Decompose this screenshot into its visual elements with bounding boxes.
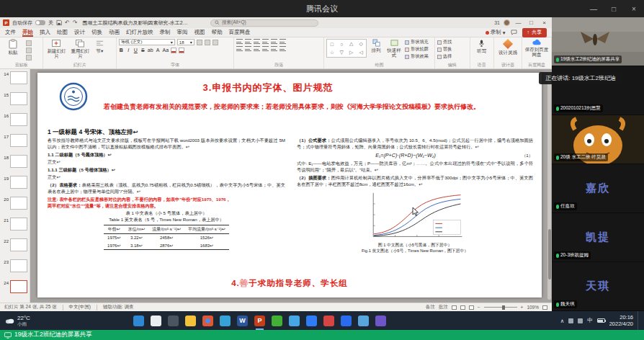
tab-transitions[interactable]: 切换 xyxy=(91,28,102,37)
reuse-slides-button[interactable]: 重用幻灯片 xyxy=(69,39,91,58)
notification-center-button[interactable] xyxy=(638,311,640,330)
notes-button[interactable]: 备注 xyxy=(426,304,435,310)
italic-button[interactable]: I xyxy=(126,47,131,53)
share-banner[interactable]: 19级水工2班纪迪的屏幕共享 xyxy=(0,330,644,340)
slide-sorter-view-icon[interactable] xyxy=(460,305,465,310)
tab-record[interactable]: 录制 xyxy=(160,28,171,37)
save-icon[interactable] xyxy=(56,19,62,26)
align-right-icon[interactable] xyxy=(254,46,260,51)
taskbar-game-icon[interactable] xyxy=(375,316,386,326)
shape-outline-button[interactable]: 形状轮廓 xyxy=(405,46,429,53)
taskbar-wechat-icon[interactable] xyxy=(272,316,282,326)
taskbar-start-button[interactable] xyxy=(133,316,144,326)
shapes-gallery[interactable]: □ ○ △ ◇ ☆ ▽ ▷ ◁ xyxy=(326,39,367,58)
ppt-restore-button[interactable]: □ xyxy=(527,19,536,26)
tab-review[interactable]: 审阅 xyxy=(177,28,188,37)
slide-thumbnail-21[interactable]: 21 xyxy=(1,218,28,236)
shape-fill-button[interactable]: 形状填充 xyxy=(405,39,429,45)
shape-triangle-icon[interactable]: △ xyxy=(349,41,353,47)
slide-thumbnail-17[interactable]: 17 xyxy=(1,134,28,153)
shape-circle-icon[interactable]: ○ xyxy=(340,42,343,47)
participant-tile[interactable]: 凯提 20-3班凯提姆 xyxy=(552,213,644,261)
decrease-indent-icon[interactable] xyxy=(254,39,260,44)
section-button[interactable]: 节▾ xyxy=(93,39,106,53)
slide-scrollbar[interactable] xyxy=(547,72,551,300)
shape-arrow-left-icon[interactable]: ◁ xyxy=(359,50,363,55)
taskbar-powerpoint-icon[interactable]: P xyxy=(254,316,265,326)
comments-icon[interactable] xyxy=(511,30,517,35)
accessibility-status[interactable]: 辅助功能: 调查 xyxy=(103,304,134,310)
decrease-font-icon[interactable] xyxy=(205,40,210,45)
text-shadow-button[interactable]: A xyxy=(156,47,161,53)
user-avatar[interactable] xyxy=(504,19,510,26)
weather-widget[interactable]: 22°C 小雨 xyxy=(0,311,35,330)
slide-thumbnail-20[interactable]: 20 xyxy=(1,197,28,215)
taskbar-word-icon[interactable]: W xyxy=(237,316,248,326)
zoom-out-button[interactable]: − xyxy=(478,305,480,310)
new-slide-button[interactable]: 新建幻灯片 xyxy=(45,39,67,58)
underline-button[interactable]: U xyxy=(133,47,138,53)
taskbar-file-explorer-icon[interactable] xyxy=(185,316,196,326)
slide-thumbnail-15[interactable]: 15 xyxy=(1,92,28,111)
redo-icon[interactable]: ↷ xyxy=(73,20,78,26)
justify-icon[interactable] xyxy=(262,46,269,51)
quick-styles-button[interactable]: 快速样式 xyxy=(385,39,403,58)
strikethrough-button[interactable]: S xyxy=(140,47,146,53)
zoom-slider[interactable] xyxy=(484,307,517,308)
tab-animations[interactable]: 动画 xyxy=(109,28,120,37)
ppt-minimize-button[interactable]: — xyxy=(514,19,523,26)
change-case-button[interactable]: Aa xyxy=(163,47,169,53)
slide-thumbnail-24-selected[interactable]: 24 xyxy=(1,280,28,299)
char-spacing-button[interactable]: ab xyxy=(148,47,153,53)
tab-slideshow[interactable]: 幻灯片放映 xyxy=(126,28,153,37)
taskbar-mail-icon[interactable] xyxy=(358,316,369,326)
taskbar-music-icon[interactable] xyxy=(323,316,334,326)
font-color-button[interactable] xyxy=(179,48,184,53)
input-method-indicator[interactable]: 中 xyxy=(587,317,593,324)
smartart-convert-icon[interactable] xyxy=(279,46,286,51)
increase-font-icon[interactable] xyxy=(197,40,202,45)
bold-button[interactable]: B xyxy=(119,47,124,53)
numbering-icon[interactable] xyxy=(245,39,251,44)
designer-button[interactable]: 设计灵感 xyxy=(496,39,519,55)
dictate-button[interactable]: 听写 xyxy=(473,39,491,53)
select-button[interactable]: 选择 xyxy=(437,53,452,60)
format-painter-icon[interactable] xyxy=(26,55,32,61)
tab-view[interactable]: 视图 xyxy=(194,28,205,37)
shape-tri-down-icon[interactable]: ▽ xyxy=(340,50,344,55)
align-center-icon[interactable] xyxy=(245,46,251,51)
zoom-level[interactable]: 109% xyxy=(527,305,539,310)
columns-icon[interactable] xyxy=(271,46,277,51)
tab-baidu-netdisk[interactable]: 百度网盘 xyxy=(229,28,251,37)
participant-tile-presenter[interactable]: 19级水工2班纪迪的屏幕共享 xyxy=(552,17,644,66)
ppt-search-box[interactable]: 搜索(Alt+Q) xyxy=(210,19,318,27)
bullets-icon[interactable] xyxy=(236,39,243,44)
tab-insert[interactable]: 插入 xyxy=(40,28,50,37)
slideshow-view-icon[interactable] xyxy=(469,305,474,310)
shape-diamond-icon[interactable]: ◇ xyxy=(359,41,363,47)
increase-indent-icon[interactable] xyxy=(262,39,269,44)
tab-draw[interactable]: 绘图 xyxy=(57,28,68,37)
paste-button[interactable]: 粘贴 xyxy=(2,39,24,55)
slide-thumbnail-19[interactable]: 19 xyxy=(1,176,28,194)
collaborators-badge[interactable]: 31 xyxy=(494,20,500,25)
slide-thumbnail-16[interactable]: 16 xyxy=(1,113,28,132)
comments-button[interactable]: 批注 xyxy=(439,304,448,310)
zoom-in-button[interactable]: + xyxy=(521,305,524,310)
shape-effects-button[interactable]: 形状效果 xyxy=(405,53,429,60)
autosave-toggle[interactable] xyxy=(35,20,45,25)
line-spacing-icon[interactable] xyxy=(271,39,277,44)
taskbar-search-button[interactable] xyxy=(151,316,161,326)
tray-expand-caret[interactable]: ∧ xyxy=(560,318,565,324)
fit-to-window-icon[interactable] xyxy=(542,305,547,310)
font-name-select[interactable]: 等线 (正文) ▾ xyxy=(119,39,175,45)
find-button[interactable]: 查找 xyxy=(437,39,452,45)
taskbar-clock[interactable]: 20:16 2022/4/20 xyxy=(609,314,633,328)
save-to-netdisk-button[interactable]: 保存到百度网盘 xyxy=(524,39,549,57)
replace-button[interactable]: 替换 xyxy=(437,46,452,53)
taskbar-qq-icon[interactable] xyxy=(289,316,300,326)
taskbar-chrome-icon[interactable] xyxy=(202,316,213,326)
participant-tile[interactable]: 嘉欣 任嘉欣 xyxy=(552,164,644,212)
slide-thumbnail-23[interactable]: 23 xyxy=(1,259,28,278)
highlight-color-button[interactable] xyxy=(171,48,176,53)
